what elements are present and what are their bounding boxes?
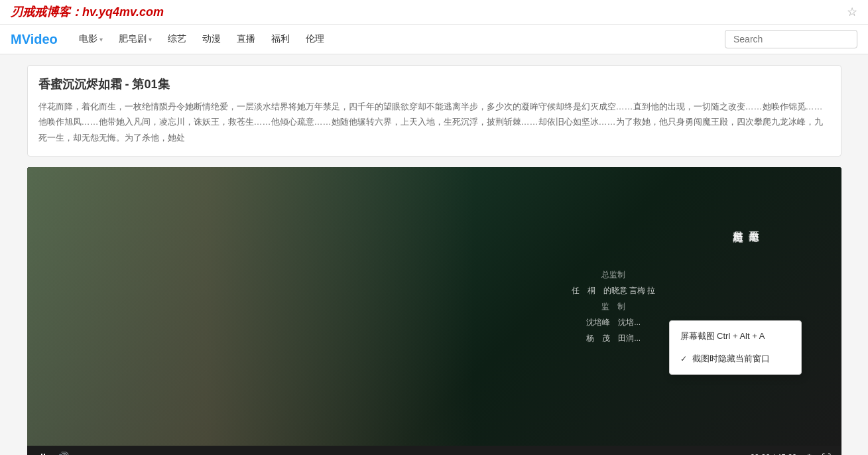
nav-item-welfare[interactable]: 福利 [271,33,290,45]
settings-icon[interactable]: ⚙ [805,452,814,455]
show-description: 伴花而降，着化而生，一枚绝情陨丹令她断情绝爱，一层淡水结界将她万年禁足，四千年的… [38,99,830,145]
star-icon[interactable]: ☆ [847,5,857,19]
brand-logo[interactable]: MVideo [11,32,58,47]
search-container [725,30,857,48]
search-input[interactable] [725,30,857,48]
nav-label-variety: 综艺 [168,33,186,45]
show-title: 香蜜沉沉烬如霜 - 第01集 [38,76,830,92]
nav-label-welfare: 福利 [271,33,290,45]
credit-line-3: 监 制 [572,298,656,314]
nav-item-live[interactable]: 直播 [237,33,255,45]
video-background: 总监制 任 桐 的晓意 言梅 拉 监 制 沈培峰 沈培... 杨 茂 田润...… [27,167,841,446]
nav-label-live: 直播 [237,33,255,45]
screenshot-label: 屏幕截图 Ctrl + Alt + A [680,330,765,342]
nav-bar: MVideo 电影 ▾ 肥皂剧 ▾ 综艺 动漫 直播 福利 伦理 [0,25,868,54]
nav-label-movies: 电影 [79,33,97,45]
credit-line-5: 杨 茂 田润... [572,330,656,346]
nav-item-ethics[interactable]: 伦理 [306,33,324,45]
check-icon: ✓ [680,354,687,363]
site-title: 刃戒戒博客：hv.yq4mv.com [11,4,164,20]
credits-overlay: 总监制 任 桐 的晓意 言梅 拉 监 制 沈培峰 沈培... 杨 茂 田润... [572,267,656,346]
context-menu-screenshot[interactable]: 屏幕截图 Ctrl + Alt + A [670,325,801,348]
credit-line-1: 总监制 [572,267,656,283]
fullscreen-icon[interactable]: ⛶ [822,452,831,455]
nav-label-anime: 动漫 [202,33,221,45]
context-menu-hide-window[interactable]: ✓ 截图时隐藏当前窗口 [670,348,801,370]
right-controls: ⚙ ⛶ [805,452,831,455]
credit-line-2: 任 桐 的晓意 言梅 拉 [572,283,656,298]
nav-item-movies[interactable]: 电影 ▾ [79,33,103,45]
context-menu: 屏幕截图 Ctrl + Alt + A ✓ 截图时隐藏当前窗口 [669,320,802,375]
video-controls: ⏸ 🔊 00:22 / 45:29 ⚙ ⛶ [27,446,841,455]
pause-button[interactable]: ⏸ [38,452,48,455]
nav-item-anime[interactable]: 动漫 [202,33,221,45]
person-area [27,167,475,446]
hide-window-label: 截图时隐藏当前窗口 [692,353,770,365]
top-bar: 刃戒戒博客：hv.yq4mv.com ☆ [0,0,868,25]
video-wrapper: 总监制 任 桐 的晓意 言梅 拉 监 制 沈培峰 沈培... 杨 茂 田润...… [27,167,841,446]
nav-arrow-drama: ▾ [149,36,152,43]
nav-label-ethics: 伦理 [306,33,324,45]
main-content: 香蜜沉沉烬如霜 - 第01集 伴花而降，着化而生，一枚绝情陨丹令她断情绝爱，一层… [17,65,852,455]
nav-item-variety[interactable]: 综艺 [168,33,186,45]
volume-button[interactable]: 🔊 [56,451,70,455]
nav-arrow-movies: ▾ [99,36,103,43]
video-card: 总监制 任 桐 的晓意 言梅 拉 监 制 沈培峰 沈培... 杨 茂 田润...… [27,167,841,455]
info-card: 香蜜沉沉烬如霜 - 第01集 伴花而降，着化而生，一枚绝情陨丹令她断情绝爱，一层… [27,65,841,157]
nav-item-drama[interactable]: 肥皂剧 ▾ [119,33,152,45]
credit-line-4: 沈培峰 沈培... [572,314,656,330]
nav-label-drama: 肥皂剧 [119,33,147,45]
